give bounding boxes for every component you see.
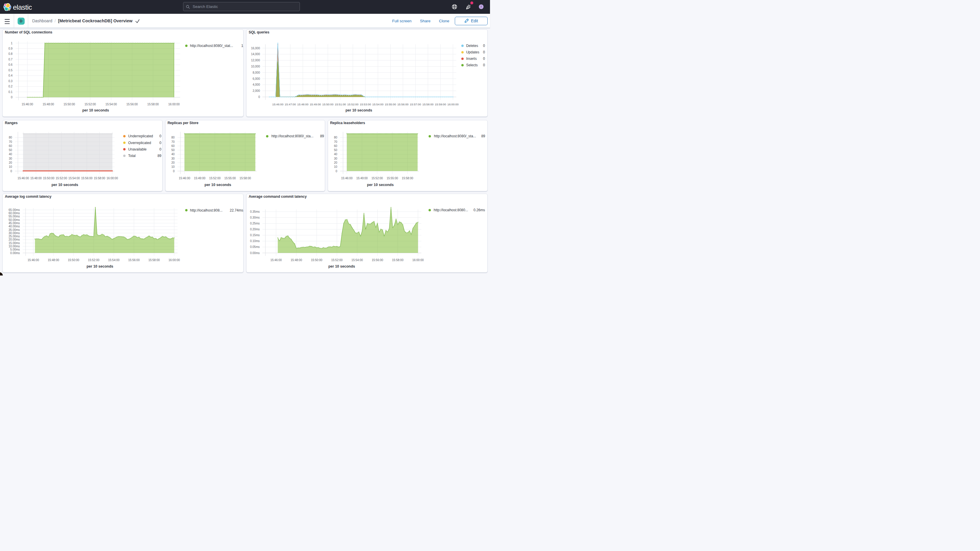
svg-text:15:52:00: 15:52:00 — [88, 258, 99, 262]
svg-text:15:58:00: 15:58:00 — [147, 103, 159, 106]
svg-text:80: 80 — [171, 136, 175, 139]
svg-text:0.35ms: 0.35ms — [250, 210, 260, 213]
svg-text:15:48:00: 15:48:00 — [48, 258, 59, 262]
svg-text:40: 40 — [9, 153, 12, 156]
svg-text:0: 0 — [483, 63, 485, 67]
svg-text:0.9: 0.9 — [8, 47, 13, 50]
svg-text:12,000: 12,000 — [251, 59, 260, 62]
svg-text:20.00ms: 20.00ms — [8, 238, 20, 241]
svg-text:15:58:00: 15:58:00 — [239, 177, 251, 180]
svg-text:15:56:00: 15:56:00 — [126, 103, 138, 106]
svg-text:per 10 seconds: per 10 seconds — [82, 108, 109, 112]
svg-text:15:55:00: 15:55:00 — [387, 177, 398, 180]
svg-text:Updates: Updates — [466, 50, 479, 54]
svg-text:10: 10 — [334, 165, 337, 169]
svg-text:16:00:00: 16:00:00 — [169, 258, 180, 262]
svg-text:0: 0 — [159, 134, 161, 138]
svg-text:15:48:00: 15:48:00 — [291, 258, 302, 262]
svg-text:14,000: 14,000 — [251, 53, 260, 56]
svg-text:0: 0 — [159, 140, 161, 145]
svg-text:40.00ms: 40.00ms — [8, 225, 20, 228]
svg-text:0: 0 — [483, 50, 485, 54]
svg-text:per 10 seconds: per 10 seconds — [205, 183, 231, 186]
svg-text:0.5: 0.5 — [8, 68, 13, 72]
svg-text:0: 0 — [258, 96, 260, 99]
svg-text:0.7: 0.7 — [8, 58, 13, 61]
svg-text:0.15ms: 0.15ms — [250, 234, 260, 237]
svg-text:60.00ms: 60.00ms — [8, 212, 20, 215]
svg-text:1: 1 — [241, 44, 243, 48]
svg-text:per 10 seconds: per 10 seconds — [87, 264, 113, 268]
svg-text:89: 89 — [158, 153, 162, 158]
svg-text:16:00:00: 16:00:00 — [447, 103, 459, 106]
svg-text:Total: Total — [128, 153, 135, 158]
svg-text:15:57:00: 15:57:00 — [410, 103, 422, 106]
svg-text:15:48:00: 15:48:00 — [43, 103, 54, 106]
svg-text:15:58:00: 15:58:00 — [392, 258, 403, 262]
svg-text:15:47:00: 15:47:00 — [285, 103, 296, 106]
svg-text:6,000: 6,000 — [253, 77, 260, 80]
svg-text:0: 0 — [159, 147, 161, 151]
svg-text:15.00ms: 15.00ms — [8, 242, 20, 245]
svg-text:15:50:00: 15:50:00 — [64, 103, 75, 106]
svg-text:15:56:00: 15:56:00 — [81, 177, 92, 180]
svg-text:15:48:00: 15:48:00 — [30, 177, 42, 180]
svg-text:50: 50 — [171, 148, 175, 152]
svg-text:15:56:00: 15:56:00 — [397, 103, 409, 106]
svg-text:25.00ms: 25.00ms — [8, 235, 20, 238]
svg-text:8,000: 8,000 — [253, 71, 260, 74]
svg-text:80: 80 — [9, 136, 12, 139]
svg-text:15:56:00: 15:56:00 — [372, 258, 383, 262]
svg-text:10: 10 — [171, 165, 175, 169]
svg-text:http://localhost:8080...: http://localhost:8080... — [434, 208, 468, 212]
svg-text:per 10 seconds: per 10 seconds — [367, 183, 393, 186]
svg-text:0: 0 — [483, 44, 485, 48]
svg-text:15:46:00: 15:46:00 — [27, 258, 39, 262]
svg-text:15:46:00: 15:46:00 — [18, 177, 29, 180]
svg-text:15:55:00: 15:55:00 — [224, 177, 235, 180]
svg-text:15:58:00: 15:58:00 — [402, 177, 413, 180]
svg-text:15:50:00: 15:50:00 — [322, 103, 334, 106]
svg-text:16,000: 16,000 — [251, 47, 260, 50]
svg-text:0: 0 — [11, 96, 13, 99]
svg-text:Overreplicated: Overreplicated — [128, 140, 151, 145]
svg-text:per 10 seconds: per 10 seconds — [328, 264, 355, 268]
svg-text:35.00ms: 35.00ms — [8, 228, 20, 231]
svg-text:16:00:00: 16:00:00 — [168, 103, 180, 106]
svg-text:15:55:00: 15:55:00 — [385, 103, 396, 106]
svg-text:0.30ms: 0.30ms — [250, 216, 260, 219]
svg-text:20: 20 — [171, 161, 175, 164]
svg-text:16:00:00: 16:00:00 — [107, 177, 118, 180]
svg-text:15:54:00: 15:54:00 — [108, 258, 119, 262]
svg-text:15:54:00: 15:54:00 — [105, 103, 117, 106]
svg-text:0: 0 — [10, 169, 12, 172]
svg-text:0.10ms: 0.10ms — [250, 239, 260, 243]
svg-text:60: 60 — [9, 144, 12, 147]
svg-text:per 10 seconds: per 10 seconds — [345, 108, 372, 112]
svg-text:0.8: 0.8 — [8, 52, 13, 56]
svg-text:Unavailable: Unavailable — [128, 147, 147, 151]
svg-text:http://localhost:8080/_sta...: http://localhost:8080/_sta... — [434, 134, 476, 138]
svg-text:10: 10 — [9, 165, 12, 169]
svg-text:15:49:00: 15:49:00 — [194, 177, 205, 180]
svg-text:10.00ms: 10.00ms — [8, 245, 20, 248]
svg-text:15:46:00: 15:46:00 — [270, 258, 282, 262]
svg-text:30: 30 — [171, 157, 175, 160]
svg-text:15:53:00: 15:53:00 — [360, 103, 371, 106]
svg-text:0.00ms: 0.00ms — [10, 252, 20, 255]
svg-text:Inserts: Inserts — [466, 57, 477, 61]
svg-text:0.1: 0.1 — [8, 90, 13, 94]
svg-text:0.05ms: 0.05ms — [250, 245, 260, 248]
svg-text:0: 0 — [483, 57, 485, 61]
svg-text:http://localhost:808...: http://localhost:808... — [190, 208, 223, 212]
svg-text:0: 0 — [336, 169, 337, 172]
svg-text:15:46:00: 15:46:00 — [341, 177, 352, 180]
svg-text:45.00ms: 45.00ms — [8, 221, 20, 225]
svg-text:0.25ms: 0.25ms — [250, 222, 260, 225]
svg-text:0.00ms: 0.00ms — [250, 252, 260, 255]
svg-text:15:52:00: 15:52:00 — [84, 103, 96, 106]
svg-text:15:52:00: 15:52:00 — [371, 177, 383, 180]
svg-text:4,000: 4,000 — [253, 83, 260, 86]
svg-text:15:54:00: 15:54:00 — [352, 258, 363, 262]
svg-text:15:50:00: 15:50:00 — [43, 177, 54, 180]
